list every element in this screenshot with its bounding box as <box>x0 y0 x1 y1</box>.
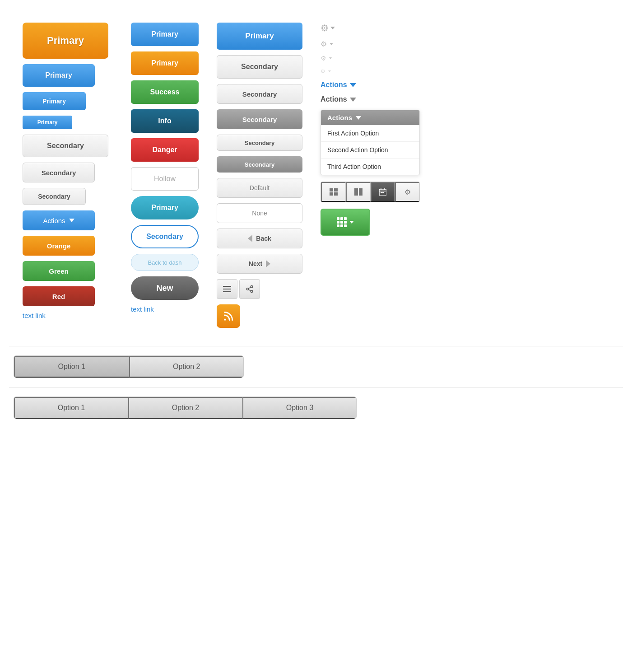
gear-caret-md <box>330 43 333 45</box>
toolbar-columns-button[interactable] <box>346 182 371 202</box>
svg-rect-19 <box>381 192 382 193</box>
toolbar-columns-icon <box>354 188 362 196</box>
dropdown-item-3[interactable]: Third Action Option <box>321 159 419 175</box>
secondary-xl-button[interactable]: Secondary <box>23 135 108 157</box>
gear-dropdown-xs[interactable]: ⚙ <box>321 68 429 75</box>
col2-primary-pill-button[interactable]: Primary <box>131 196 199 219</box>
col2-hollow-button[interactable]: Hollow <box>131 167 199 191</box>
actions-plain-button[interactable]: Actions <box>321 95 429 103</box>
gear-caret-lg <box>330 27 335 29</box>
toolbar-gear-icon: ⚙ <box>404 188 411 196</box>
primary-blue-md-button[interactable]: Primary <box>23 92 86 110</box>
svg-rect-13 <box>354 188 358 196</box>
segment-3-option2[interactable]: Option 2 <box>128 397 242 419</box>
segment-option2[interactable]: Option 2 <box>129 356 244 378</box>
column-3: Primary Secondary Secondary Secondary Se… <box>208 18 311 332</box>
actions-dropdown-button[interactable]: Actions <box>23 210 95 230</box>
actions-caret-gray <box>350 98 356 102</box>
secondary-md-button[interactable]: Secondary <box>23 188 86 205</box>
gear-icon-xs: ⚙ <box>321 68 325 75</box>
text-link-col1[interactable]: text link <box>23 312 108 319</box>
col2-success-button[interactable]: Success <box>131 80 199 104</box>
dropdown-item-2[interactable]: Second Action Option <box>321 142 419 159</box>
secondary-lg-button[interactable]: Secondary <box>23 163 95 182</box>
green-grid-dropdown-button[interactable] <box>321 209 370 236</box>
red-button[interactable]: Red <box>23 286 95 306</box>
back-label: Back <box>256 235 271 242</box>
gear-icon-md: ⚙ <box>321 40 327 48</box>
next-label: Next <box>249 260 262 267</box>
primary-blue-sm-button[interactable]: Primary <box>23 116 72 129</box>
section-divider <box>9 346 623 346</box>
segment-control-3: Option 1 Option 2 Option 3 <box>14 397 357 419</box>
toolbar-grid-icon <box>330 188 338 196</box>
col2-primary-orange-button[interactable]: Primary <box>131 51 199 75</box>
icon-toolbar: ⚙ <box>321 182 420 202</box>
icon-btn-row <box>217 279 302 299</box>
primary-orange-xl-button[interactable]: Primary <box>23 23 108 59</box>
col3-secondary-sm-button[interactable]: Secondary <box>217 135 302 151</box>
gear-dropdown-md[interactable]: ⚙ <box>321 40 429 48</box>
back-arrow-icon <box>248 235 252 242</box>
col3-next-button[interactable]: Next <box>217 254 302 274</box>
svg-rect-0 <box>223 286 231 287</box>
svg-point-4 <box>246 288 249 290</box>
main-container: Primary Primary Primary Primary Secondar… <box>9 9 623 424</box>
col2-secondary-pill-button[interactable]: Secondary <box>131 225 199 248</box>
gear-caret-xs <box>328 70 331 72</box>
green-grid-caret-icon <box>349 221 354 224</box>
actions-caret-blue <box>350 83 356 87</box>
gear-caret-sm2 <box>329 57 332 59</box>
rss-icon <box>223 310 234 322</box>
gear-icon-lg: ⚙ <box>321 23 329 33</box>
segment-3-option1[interactable]: Option 1 <box>14 397 128 419</box>
toolbar-settings-button[interactable]: ⚙ <box>395 182 419 202</box>
actions-label: Actions <box>43 217 65 224</box>
segment-3-option3[interactable]: Option 3 <box>242 397 356 419</box>
share-icon-button[interactable] <box>239 279 260 299</box>
col2-primary-blue-button[interactable]: Primary <box>131 23 199 46</box>
svg-rect-11 <box>330 192 333 196</box>
svg-rect-14 <box>359 188 362 196</box>
col3-secondary-md-button[interactable]: Secondary <box>217 84 302 104</box>
orange-button[interactable]: Orange <box>23 236 95 256</box>
col2-info-button[interactable]: Info <box>131 109 199 133</box>
col3-secondary-gray-button[interactable]: Secondary <box>217 109 302 129</box>
toolbar-calendar-button[interactable] <box>371 182 395 202</box>
svg-point-8 <box>224 318 226 320</box>
segment-control-2: Option 1 Option 2 <box>14 355 244 378</box>
primary-blue-lg-button[interactable]: Primary <box>23 64 95 87</box>
col3-none-button[interactable]: None <box>217 203 302 223</box>
col2-new-dark-button[interactable]: New <box>131 276 199 300</box>
actions-dropdown-header[interactable]: Actions <box>321 110 419 125</box>
rss-button[interactable] <box>217 304 240 328</box>
col2-danger-button[interactable]: Danger <box>131 138 199 162</box>
col2-back-to-dash-button[interactable]: Back to dash <box>131 254 199 271</box>
col3-secondary-lg-button[interactable]: Secondary <box>217 55 302 79</box>
actions-link-button[interactable]: Actions <box>321 81 429 89</box>
gear-dropdown-sm[interactable]: ⚙ <box>321 55 429 62</box>
column-1: Primary Primary Primary Primary Secondar… <box>14 18 117 332</box>
green-button[interactable]: Green <box>23 261 95 281</box>
segment-option1[interactable]: Option 1 <box>14 356 129 378</box>
column-2: Primary Primary Success Info Danger Holl… <box>117 18 208 332</box>
col3-back-button[interactable]: Back <box>217 229 302 248</box>
svg-rect-20 <box>382 192 384 193</box>
col3-primary-button[interactable]: Primary <box>217 23 302 50</box>
svg-rect-2 <box>223 291 231 292</box>
dropdown-item-1[interactable]: First Action Option <box>321 125 419 142</box>
gear-dropdown-lg[interactable]: ⚙ <box>321 23 429 33</box>
toolbar-grid-button[interactable] <box>321 182 346 202</box>
text-link-col2[interactable]: text link <box>131 305 194 313</box>
svg-point-5 <box>251 290 253 293</box>
col3-default-button[interactable]: Default <box>217 178 302 198</box>
list-icon-button[interactable] <box>217 279 237 299</box>
top-section: Primary Primary Primary Primary Secondar… <box>9 9 623 341</box>
col3-secondary-sm-gray-button[interactable]: Secondary <box>217 156 302 173</box>
svg-line-7 <box>248 287 251 289</box>
svg-line-6 <box>248 289 251 291</box>
svg-rect-1 <box>223 289 231 289</box>
gear-icon-sm2: ⚙ <box>321 55 326 62</box>
actions-dropdown-header-label: Actions <box>327 114 352 121</box>
list-icon <box>223 286 231 292</box>
